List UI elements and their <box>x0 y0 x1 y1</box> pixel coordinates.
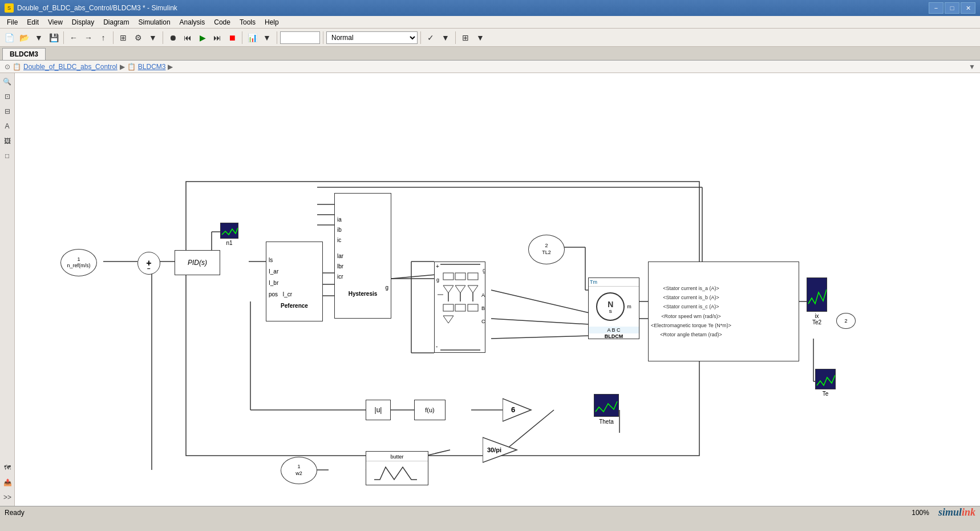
breadcrumb-forward-icon: ▶ <box>168 63 173 71</box>
block-n1-scope[interactable]: n1 <box>220 223 238 246</box>
status-bar: Ready 100% simulink <box>0 506 980 518</box>
svg-marker-64 <box>503 399 531 421</box>
svg-marker-54 <box>455 285 465 293</box>
canvas[interactable]: 1 n_ref(m/s) + − PID(s) n1 <box>15 73 980 506</box>
check-button[interactable]: ✓ <box>424 31 438 45</box>
left-toolbar: 🔍 ⊡ ⊟ A 🖼 □ 🗺 📤 >> <box>0 73 15 506</box>
apps-button[interactable]: ⊞ <box>459 31 472 45</box>
block-hysteresis[interactable]: ia ib ic lar lbr icr g Hysteresis <box>334 193 391 319</box>
menu-file[interactable]: File <box>2 17 22 27</box>
text-button[interactable]: A <box>1 120 14 132</box>
open-button[interactable]: 📂 <box>17 31 31 45</box>
tab-bldcm3[interactable]: BLDCM3 <box>2 48 46 60</box>
check-dropdown[interactable]: ▼ <box>439 31 452 45</box>
zoom-level: 100% <box>912 509 929 517</box>
svg-rect-56 <box>455 304 465 311</box>
close-button[interactable]: ✕ <box>961 2 975 14</box>
block-peference[interactable]: ls I_ar I_br pos I_cr Peference <box>266 242 323 321</box>
svg-rect-46 <box>443 273 453 280</box>
block-n-ref[interactable]: 1 n_ref(m/s) <box>60 249 97 276</box>
apps-dropdown[interactable]: ▼ <box>473 31 487 45</box>
fit-button[interactable]: ⊡ <box>1 90 14 103</box>
svg-marker-59 <box>468 285 478 293</box>
scope-button[interactable]: 📊 <box>245 31 259 45</box>
rect-button[interactable]: □ <box>1 150 14 162</box>
save-button[interactable]: 💾 <box>47 31 60 45</box>
block-abs[interactable]: |u| <box>366 400 391 420</box>
breadcrumb-current-icon: 📋 <box>127 63 136 71</box>
block-te-scope[interactable]: Te <box>815 369 836 397</box>
settings-dropdown[interactable]: ▼ <box>146 31 160 45</box>
window-controls: − □ ✕ <box>929 2 975 14</box>
expand-left[interactable]: >> <box>1 491 14 504</box>
block-butter[interactable]: butter <box>366 451 428 485</box>
block-theta-scope[interactable]: Theta <box>594 394 619 425</box>
svg-text:-: - <box>436 343 438 349</box>
library-button[interactable]: ⊞ <box>116 31 130 45</box>
block-gain-30pi[interactable]: 30/pi <box>483 435 521 467</box>
block-bldcm[interactable]: Tm NS m A B C BLDCM <box>588 277 639 339</box>
title-bar: S Double_of_BLDC_abs_Control/BLDCM3 * - … <box>0 0 980 16</box>
scope-dropdown[interactable]: ▼ <box>260 31 274 45</box>
svg-text:6: 6 <box>511 405 515 414</box>
breadcrumb-back-icon: ⊙ <box>5 63 10 71</box>
menu-bar: File Edit View Display Diagram Simulatio… <box>0 16 980 29</box>
menu-simulation[interactable]: Simulation <box>134 17 175 27</box>
menu-diagram[interactable]: Diagram <box>99 17 133 27</box>
menu-help[interactable]: Help <box>260 17 284 27</box>
breadcrumb-current[interactable]: BLDCM3 <box>138 63 166 71</box>
svg-marker-47 <box>443 285 453 293</box>
block-fcn[interactable]: f(u) <box>414 400 446 420</box>
open-dropdown[interactable]: ▼ <box>32 31 46 45</box>
svg-rect-58 <box>468 273 478 280</box>
menu-edit[interactable]: Edit <box>22 17 43 27</box>
svg-text:+: + <box>436 263 439 269</box>
breadcrumb-root-icon: 📋 <box>13 63 21 71</box>
navigator-button[interactable]: 🗺 <box>1 461 14 474</box>
block-gain6[interactable]: 6 <box>503 396 536 426</box>
menu-view[interactable]: View <box>43 17 67 27</box>
stop-button[interactable]: ⏹ <box>225 31 239 45</box>
block-w2[interactable]: 1 w2 <box>281 457 317 484</box>
breadcrumb-expand-icon[interactable]: ▼ <box>969 63 975 71</box>
minimize-button[interactable]: − <box>929 2 943 14</box>
undo-button[interactable]: ← <box>67 31 80 45</box>
menu-tools[interactable]: Tools <box>235 17 260 27</box>
redo-button[interactable]: → <box>82 31 95 45</box>
block-inverter[interactable]: + - A B <box>434 262 485 353</box>
step-forward[interactable]: ⏭ <box>210 31 224 45</box>
zoom-area-button[interactable]: ⊟ <box>1 105 14 118</box>
toolbar: 📄 📂 ▼ 💾 ← → ↑ ⊞ ⚙ ▼ ⏺ ⏮ ▶ ⏭ ⏹ 📊 ▼ 0.5 No… <box>0 29 980 47</box>
block-measurements[interactable]: <Stator current is_a (A)> <Stator curren… <box>648 262 799 361</box>
breadcrumb-sep1: ▶ <box>120 63 125 71</box>
image-button[interactable]: 🖼 <box>1 135 14 147</box>
breadcrumb-bar: ⊙ 📋 Double_of_BLDC_abs_Control ▶ 📋 BLDCM… <box>0 61 980 73</box>
up-button[interactable]: ↑ <box>96 31 110 45</box>
model-settings[interactable]: ⚙ <box>131 31 145 45</box>
record-button[interactable]: ⏺ <box>166 31 180 45</box>
play-button[interactable]: ▶ <box>196 31 209 45</box>
svg-line-17 <box>491 336 589 339</box>
menu-analysis[interactable]: Analysis <box>175 17 210 27</box>
block-ix-scope[interactable]: ix Te2 <box>807 277 827 325</box>
window-title: Double_of_BLDC_abs_Control/BLDCM3 * - Si… <box>17 4 929 12</box>
export-button[interactable]: 📤 <box>1 476 14 489</box>
breadcrumb-root[interactable]: Double_of_BLDC_abs_Control <box>23 63 118 71</box>
maximize-button[interactable]: □ <box>945 2 959 14</box>
sim-time-input[interactable]: 0.5 <box>280 31 320 44</box>
svg-text:g: g <box>436 277 439 283</box>
block-pid[interactable]: PID(s) <box>175 250 220 275</box>
block-sum[interactable]: + − <box>137 252 160 275</box>
svg-line-16 <box>491 319 589 324</box>
svg-rect-61 <box>468 304 478 311</box>
zoom-in-button[interactable]: 🔍 <box>1 75 14 88</box>
step-back[interactable]: ⏮ <box>181 31 195 45</box>
block-tl2[interactable]: 2 TL2 <box>528 235 565 264</box>
menu-code[interactable]: Code <box>209 17 235 27</box>
menu-display[interactable]: Display <box>67 17 99 27</box>
block-2-small[interactable]: 2 <box>836 313 856 329</box>
svg-text:A: A <box>481 292 485 298</box>
tab-bar: BLDCM3 <box>0 47 980 61</box>
new-button[interactable]: 📄 <box>2 31 16 45</box>
sim-mode-select[interactable]: Normal Accelerator Rapid Accelerator <box>326 31 418 44</box>
